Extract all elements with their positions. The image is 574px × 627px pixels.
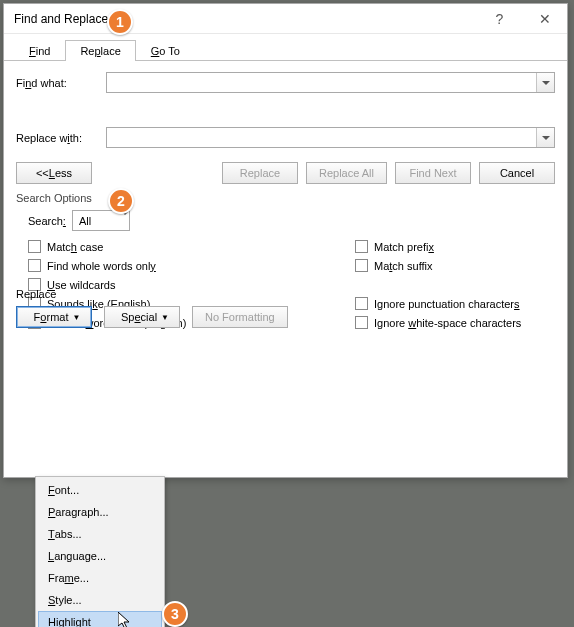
menu-font[interactable]: Font... bbox=[38, 479, 162, 501]
replace-all-button[interactable]: Replace All bbox=[306, 162, 387, 184]
search-options-title: Search Options bbox=[16, 192, 555, 204]
replace-footer-title: Replace bbox=[16, 288, 288, 300]
dropdown-arrow-icon: ▼ bbox=[72, 313, 80, 322]
help-button[interactable]: ? bbox=[477, 4, 522, 34]
replace-with-label: Replace with: bbox=[16, 132, 106, 144]
search-label: Search: bbox=[28, 215, 66, 227]
find-replace-dialog: Find and Replace ? ✕ Find Replace Go To … bbox=[3, 3, 568, 478]
panel-replace: Find what: Replace with: << Less Replace bbox=[4, 60, 567, 340]
titlebar[interactable]: Find and Replace ? ✕ bbox=[4, 4, 567, 34]
find-what-dropdown[interactable] bbox=[536, 73, 554, 92]
menu-tabs[interactable]: Tabs... bbox=[38, 523, 162, 545]
tab-find[interactable]: Find bbox=[14, 40, 65, 60]
callout-2: 2 bbox=[108, 188, 134, 214]
match-suffix-checkbox[interactable]: Match suffix bbox=[355, 256, 555, 275]
menu-highlight[interactable]: Highlight bbox=[38, 611, 162, 627]
ignore-punct-checkbox[interactable]: Ignore punctuation characters bbox=[355, 294, 555, 313]
replace-with-field[interactable] bbox=[107, 128, 536, 147]
callout-3: 3 bbox=[162, 601, 188, 627]
chevron-down-icon bbox=[542, 81, 550, 85]
search-direction-dropdown[interactable] bbox=[121, 215, 129, 227]
chevron-down-icon bbox=[542, 136, 550, 140]
menu-language[interactable]: Language... bbox=[38, 545, 162, 567]
replace-with-dropdown[interactable] bbox=[536, 128, 554, 147]
find-what-label: Find what: bbox=[16, 77, 106, 89]
replace-button[interactable]: Replace bbox=[222, 162, 298, 184]
less-button[interactable]: << Less bbox=[16, 162, 92, 184]
replace-with-input[interactable] bbox=[106, 127, 555, 148]
tab-goto[interactable]: Go To bbox=[136, 40, 195, 60]
cancel-button[interactable]: Cancel bbox=[479, 162, 555, 184]
callout-1: 1 bbox=[107, 9, 133, 35]
close-button[interactable]: ✕ bbox=[522, 4, 567, 34]
find-what-input[interactable] bbox=[106, 72, 555, 93]
dialog-title: Find and Replace bbox=[14, 12, 477, 26]
find-what-field[interactable] bbox=[107, 73, 536, 92]
match-prefix-checkbox[interactable]: Match prefix bbox=[355, 237, 555, 256]
menu-paragraph[interactable]: Paragraph... bbox=[38, 501, 162, 523]
cursor-icon bbox=[118, 612, 134, 627]
match-case-checkbox[interactable]: Match case bbox=[28, 237, 355, 256]
no-formatting-button[interactable]: No Formatting bbox=[192, 306, 288, 328]
format-menu: Font... Paragraph... Tabs... Language...… bbox=[35, 476, 165, 627]
menu-style[interactable]: Style... bbox=[38, 589, 162, 611]
tabs: Find Replace Go To bbox=[4, 34, 567, 60]
special-button[interactable]: Special▼ bbox=[104, 306, 180, 328]
menu-frame[interactable]: Frame... bbox=[38, 567, 162, 589]
format-button[interactable]: Format▼ bbox=[16, 306, 92, 328]
dropdown-arrow-icon: ▼ bbox=[161, 313, 169, 322]
ignore-ws-checkbox[interactable]: Ignore white-space characters bbox=[355, 313, 555, 332]
whole-words-checkbox[interactable]: Find whole words only bbox=[28, 256, 355, 275]
tab-replace[interactable]: Replace bbox=[65, 40, 135, 60]
find-next-button[interactable]: Find Next bbox=[395, 162, 471, 184]
